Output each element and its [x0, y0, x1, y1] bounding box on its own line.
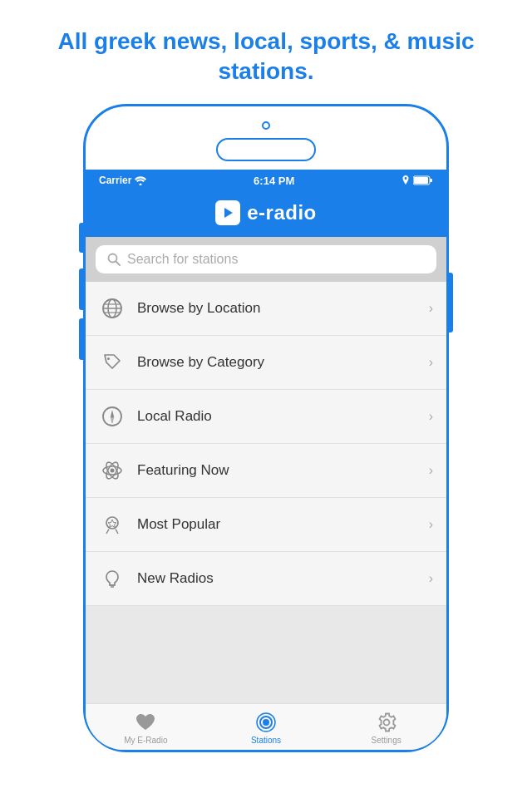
svg-line-6 — [116, 261, 121, 265]
search-icon — [107, 253, 121, 266]
menu-label-location: Browse by Location — [137, 300, 417, 317]
app-header: e-radio — [86, 192, 446, 237]
svg-point-0 — [140, 183, 142, 185]
tab-label-stations: Stations — [251, 736, 281, 745]
menu-label-new: New Radios — [137, 570, 417, 587]
speaker — [216, 138, 316, 161]
svg-rect-2 — [414, 177, 428, 184]
tab-bar: My E-Radio Stations — [86, 703, 446, 750]
compass-icon — [99, 403, 126, 430]
svg-point-26 — [263, 719, 269, 726]
svg-line-22 — [106, 529, 109, 534]
menu-item-local[interactable]: Local Radio › — [86, 390, 446, 444]
search-bar[interactable]: Search for stations — [96, 245, 436, 273]
search-bar-wrapper: Search for stations — [86, 237, 446, 282]
menu-item-location[interactable]: Browse by Location › — [86, 282, 446, 336]
menu-item-new[interactable]: New Radios › — [86, 552, 446, 606]
tab-label-settings: Settings — [372, 736, 401, 745]
clock: 6:14 PM — [254, 175, 294, 187]
menu-item-category[interactable]: Browse by Category › — [86, 336, 446, 390]
tab-label-my-eradio: My E-Radio — [124, 736, 167, 745]
svg-point-12 — [107, 357, 110, 360]
svg-marker-21 — [108, 520, 116, 528]
tab-my-eradio[interactable]: My E-Radio — [86, 711, 206, 745]
svg-marker-4 — [224, 208, 233, 218]
chevron-right-icon: › — [429, 355, 433, 370]
atom-icon — [99, 457, 126, 484]
svg-line-23 — [116, 529, 118, 534]
app-logo-icon — [215, 200, 240, 225]
tag-icon — [99, 349, 126, 376]
menu-label-local: Local Radio — [137, 408, 417, 425]
camera — [262, 121, 270, 130]
svg-point-16 — [111, 468, 115, 472]
tagline: All greek news, local, sports, & music s… — [0, 0, 532, 104]
power-button — [448, 273, 453, 332]
chevron-right-icon: › — [429, 409, 433, 424]
menu-label-category: Browse by Category — [137, 354, 417, 371]
menu-item-popular[interactable]: Most Popular › — [86, 498, 446, 552]
location-icon — [401, 175, 410, 185]
screen: Carrier 6:14 PM — [86, 170, 446, 750]
svg-rect-3 — [430, 179, 432, 182]
carrier-label: Carrier — [99, 175, 131, 186]
tab-settings[interactable]: Settings — [326, 711, 446, 745]
heart-icon — [134, 711, 157, 734]
mute-button — [79, 223, 84, 253]
menu-label-popular: Most Popular — [137, 516, 417, 533]
tab-stations[interactable]: Stations — [206, 711, 327, 745]
battery-icon — [413, 175, 433, 185]
app-title: e-radio — [247, 201, 317, 224]
volume-up-button — [79, 268, 84, 310]
content-area: Search for stations — [86, 237, 446, 750]
status-bar: Carrier 6:14 PM — [86, 170, 446, 192]
badge-icon — [99, 511, 126, 538]
phone-top — [86, 106, 446, 170]
gear-icon — [375, 711, 398, 734]
chevron-right-icon: › — [429, 571, 433, 586]
menu-item-featuring[interactable]: Featuring Now › — [86, 444, 446, 498]
chevron-right-icon: › — [429, 301, 433, 316]
wifi-icon — [135, 176, 146, 185]
stations-icon — [254, 711, 278, 734]
search-placeholder: Search for stations — [127, 252, 238, 267]
phone-frame: Carrier 6:14 PM — [83, 104, 449, 752]
menu-list: Browse by Location › Browse by Category … — [86, 282, 446, 703]
globe-icon — [99, 295, 126, 322]
bulb-icon — [99, 565, 126, 592]
menu-label-featuring: Featuring Now — [137, 462, 417, 479]
volume-down-button — [79, 318, 84, 360]
chevron-right-icon: › — [429, 517, 433, 532]
chevron-right-icon: › — [429, 463, 433, 478]
